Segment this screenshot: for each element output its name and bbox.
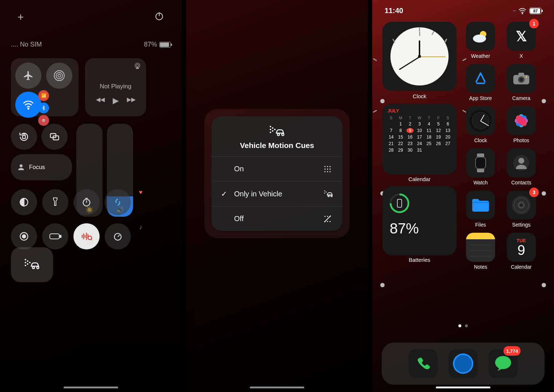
calendar-month: JULY [388,108,451,113]
svg-rect-73 [477,153,484,157]
calendar-widget[interactable]: JULY SMTWTFS 123456789101112131415161718… [382,104,457,175]
appstore-label: App Store [469,95,492,101]
low-power-button[interactable] [42,223,68,249]
svg-point-42 [330,166,331,167]
page-indicator[interactable] [458,324,468,327]
rewind-button[interactable]: ◀◀ [96,96,105,105]
motion-option-off[interactable]: Off [212,206,342,231]
calendar-dow: SMTWTFS [388,116,451,120]
svg-point-26 [32,267,35,269]
notes-label: Notes [474,264,487,270]
svg-point-50 [325,216,326,217]
files-app[interactable] [466,191,495,220]
forward-button[interactable]: ▶▶ [127,96,136,105]
calendar-app[interactable]: TUE 9 [507,233,536,262]
vehicle-motion-cues-button[interactable] [11,247,53,282]
now-playing-label: Not Playing [90,83,141,90]
clock-widget-label: Clock [382,93,457,99]
svg-point-22 [25,265,26,266]
screen-mirroring-button[interactable] [41,124,68,150]
airdrop-toggle[interactable] [46,63,72,89]
svg-point-23 [27,260,28,262]
clock-widget[interactable]: /* ticks injected below */ [382,22,457,91]
weather-label: Weather [471,53,490,59]
watch-label: Watch [473,180,487,185]
svg-point-51 [327,216,328,217]
svg-point-41 [327,171,328,172]
motion-option-label: Only in Vehicle [234,190,282,198]
connectivity-tile[interactable]: 📶 ⊚ [11,58,79,116]
stopwatch-button[interactable] [105,223,131,249]
focus-button[interactable]: Focus [11,154,72,180]
svg-point-49 [331,195,332,197]
wifi-toggle[interactable] [15,92,41,118]
motion-vehicle-icon [324,190,333,198]
svg-point-5 [28,108,29,109]
calendar-widget-label: Calendar [382,176,457,182]
svg-point-33 [274,129,276,130]
svg-point-40 [327,168,328,169]
phone-icon [392,195,408,211]
motion-off-icon [324,215,333,223]
svg-point-36 [325,166,326,167]
svg-point-46 [324,193,325,194]
notes-app[interactable] [466,233,495,262]
airplay-icon[interactable] [134,63,141,70]
motion-cues-card: Vehicle Motion Cues On ✓ Only in Vehicle [212,116,342,231]
x-badge: 1 [529,19,539,28]
control-center-screen: + .... No SIM 87% 📶 [0,0,182,392]
motion-option-label: Off [234,215,244,223]
media-tile[interactable]: Not Playing ◀◀ ▶ ▶▶ [85,58,146,116]
batteries-widget[interactable]: 87% [382,186,457,255]
svg-point-62 [519,78,523,81]
svg-point-24 [27,263,28,265]
safari-app[interactable] [449,349,478,378]
watch-app[interactable] [466,148,495,177]
battery-icon [159,42,171,48]
add-control-button[interactable]: + [17,11,24,23]
home-indicator[interactable] [436,387,490,388]
play-button[interactable]: ▶ [113,96,119,105]
svg-point-2 [58,74,61,77]
home-indicator[interactable] [64,387,118,388]
shazam-button[interactable] [105,189,131,215]
svg-point-20 [25,259,26,260]
airplane-mode-toggle[interactable] [15,63,41,89]
weather-app[interactable] [466,22,495,51]
contacts-label: Contacts [511,180,531,185]
screen-record-button[interactable] [11,223,37,249]
clock-app[interactable] [466,106,495,135]
svg-point-44 [330,171,331,172]
camera-app[interactable] [507,64,536,93]
phone-app[interactable] [409,349,438,378]
bluetooth-toggle[interactable] [38,103,49,113]
svg-point-82 [519,203,523,207]
orientation-lock-button[interactable] [11,124,37,150]
x-app[interactable]: 𝕏 1 [507,22,536,51]
settings-app[interactable]: 3 [507,191,536,220]
svg-point-31 [272,127,273,129]
voice-memo-button[interactable] [73,223,100,249]
dark-mode-button[interactable] [11,189,37,215]
timer-button[interactable] [73,189,100,215]
messages-badge: 1,774 [503,346,521,356]
messages-app[interactable]: 1,774 [489,349,518,378]
svg-point-32 [272,130,273,132]
motion-option-on[interactable]: On [212,156,342,181]
contacts-app[interactable] [507,148,536,177]
svg-rect-74 [477,169,484,172]
motion-cues-menu-screen: Vehicle Motion Cues On ✓ Only in Vehicle [186,0,368,392]
photos-app[interactable] [507,106,536,135]
home-indicator[interactable] [250,387,304,388]
cellular-toggle[interactable]: 📶 [38,90,49,101]
motion-option-only-vehicle[interactable]: ✓ Only in Vehicle [212,181,342,206]
flashlight-button[interactable] [42,189,68,215]
appstore-app[interactable] [466,64,495,93]
power-button[interactable] [154,11,164,23]
svg-point-34 [277,133,280,136]
svg-point-63 [526,76,527,78]
svg-point-39 [327,166,328,167]
calendar-app-label: Calendar [511,264,532,270]
svg-point-77 [518,158,524,164]
battery-widget-value: 87% [390,220,449,237]
